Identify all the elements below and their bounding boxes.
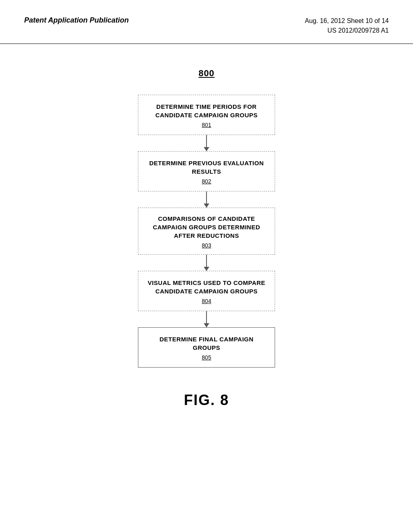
figure-label: FIG. 8 <box>184 392 229 409</box>
box-802-text: DETERMINE PREVIOUS EVALUATION RESULTS <box>146 159 267 176</box>
box-802-number: 802 <box>202 178 211 185</box>
arrow-801-802 <box>206 135 207 151</box>
box-803-number: 803 <box>202 242 211 249</box>
flowchart-box-801: DETERMINE TIME PERIODS FOR CANDIDATE CAM… <box>138 95 275 135</box>
diagram-number: 800 <box>198 68 215 79</box>
box-804-number: 804 <box>202 298 211 304</box>
box-803-text: COMPARISONS OF CANDIDATE CAMPAIGN GROUPS… <box>146 214 267 240</box>
patent-info: Aug. 16, 2012 Sheet 10 of 14 US 2012/020… <box>305 16 389 35</box>
diagram-container: 800 DETERMINE TIME PERIODS FOR CANDIDATE… <box>0 44 413 409</box>
date-sheet-label: Aug. 16, 2012 Sheet 10 of 14 <box>305 16 389 26</box>
flowchart-box-805: DETERMINE FINAL CAMPAIGN GROUPS 805 <box>138 327 275 368</box>
box-801-text: DETERMINE TIME PERIODS FOR CANDIDATE CAM… <box>146 102 267 119</box>
flowchart-box-802: DETERMINE PREVIOUS EVALUATION RESULTS 80… <box>138 151 275 191</box>
box-805-number: 805 <box>202 354 211 361</box>
flowchart-box-803: COMPARISONS OF CANDIDATE CAMPAIGN GROUPS… <box>138 208 275 255</box>
box-804-text: VISUAL METRICS USED TO COMPARE CANDIDATE… <box>146 278 267 295</box>
publication-label: Patent Application Publication <box>24 16 129 25</box>
box-801-number: 801 <box>202 122 211 128</box>
box-805-text: DETERMINE FINAL CAMPAIGN GROUPS <box>146 335 267 352</box>
flowchart: DETERMINE TIME PERIODS FOR CANDIDATE CAM… <box>138 95 275 368</box>
arrow-802-803 <box>206 191 207 208</box>
page-header: Patent Application Publication Aug. 16, … <box>0 0 413 44</box>
flowchart-box-804: VISUAL METRICS USED TO COMPARE CANDIDATE… <box>138 271 275 311</box>
patent-number-label: US 2012/0209728 A1 <box>305 26 389 35</box>
arrow-803-804 <box>206 255 207 271</box>
arrow-804-805 <box>206 311 207 327</box>
